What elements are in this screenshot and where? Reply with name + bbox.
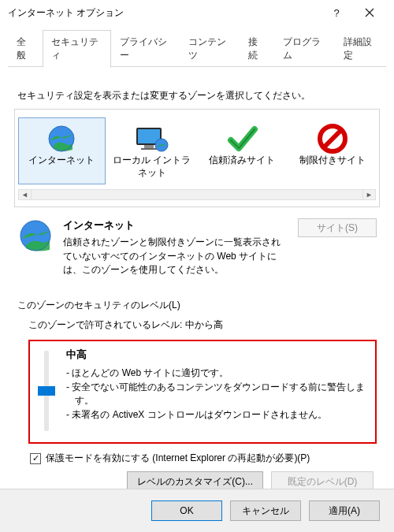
zone-label: 信頼済みサイト (201, 154, 284, 167)
allowed-levels-label: このゾーンで許可されているレベル: 中から高 (28, 318, 377, 332)
zone-label: ローカル イントラネット (111, 154, 194, 179)
tab-general[interactable]: 全般 (8, 30, 43, 67)
level-bullet: - ほとんどの Web サイトに適切です。 (66, 366, 367, 380)
tab-programs[interactable]: プログラム (274, 30, 334, 67)
apply-button[interactable]: 適用(A) (309, 500, 380, 521)
scroll-left-icon[interactable]: ◄ (19, 190, 32, 199)
zone-restricted[interactable]: 制限付きサイト (289, 117, 377, 184)
cancel-button[interactable]: キャンセル (230, 500, 301, 521)
zone-internet[interactable]: インターネット (18, 117, 106, 184)
level-bullet: - 安全でない可能性のあるコンテンツをダウンロードする前に警告します。 (66, 381, 367, 408)
zone-trusted[interactable]: 信頼済みサイト (199, 117, 286, 184)
tab-security[interactable]: セキュリティ (43, 30, 111, 68)
dialog-button-bar: OK キャンセル 適用(A) (0, 489, 394, 532)
monitor-globe-icon (111, 123, 194, 154)
security-level-group-label: このゾーンのセキュリティのレベル(L) (17, 299, 377, 312)
checkbox-icon: ✓ (30, 453, 41, 464)
tab-strip: 全般 セキュリティ プライバシー コンテンツ 接続 プログラム 詳細設定 (0, 30, 394, 67)
zone-list: インターネット ローカル イントラネット (14, 109, 380, 207)
scroll-right-icon[interactable]: ► (362, 190, 375, 199)
tab-advanced[interactable]: 詳細設定 (335, 30, 386, 67)
zone-intranet[interactable]: ローカル イントラネット (109, 117, 196, 184)
sites-button: サイト(S) (298, 218, 377, 237)
tab-connections[interactable]: 接続 (240, 30, 274, 67)
globe-icon (17, 218, 54, 277)
window-title: インターネット オプション (8, 6, 124, 20)
zone-label: インターネット (20, 154, 103, 167)
tab-content[interactable]: コンテンツ (180, 30, 240, 67)
zone-instruction: セキュリティ設定を表示または変更するゾーンを選択してください。 (17, 89, 377, 102)
title-bar: インターネット オプション ? (0, 0, 394, 25)
help-button[interactable]: ? (320, 1, 353, 24)
level-bullet: - 未署名の ActiveX コントロールはダウンロードされません。 (66, 408, 367, 422)
zone-scrollbar[interactable]: ◄ ► (18, 189, 376, 200)
level-name: 中高 (66, 348, 367, 362)
zone-detail: インターネット 信頼されたゾーンと制限付きゾーンに一覧表示されていないすべてのイ… (17, 218, 377, 277)
protected-mode-label: 保護モードを有効にする (Internet Explorer の再起動が必要)(… (46, 452, 310, 465)
svg-rect-5 (141, 148, 157, 150)
tab-panel-security: セキュリティ設定を表示または変更するゾーンを選択してください。 インターネット (0, 67, 394, 531)
selected-zone-name: インターネット (63, 218, 288, 233)
security-level-highlight: 中高 - ほとんどの Web サイトに適切です。 - 安全でない可能性のあるコン… (28, 340, 377, 444)
tab-privacy[interactable]: プライバシー (111, 30, 180, 67)
close-button[interactable] (353, 1, 386, 24)
svg-line-8 (324, 130, 341, 147)
prohibited-icon (292, 123, 374, 154)
zone-label: 制限付きサイト (292, 154, 374, 167)
svg-rect-4 (144, 145, 154, 148)
security-level-slider[interactable] (38, 348, 55, 434)
selected-zone-desc: 信頼されたゾーンと制限付きゾーンに一覧表示されていないすべてのインターネットの … (63, 236, 288, 277)
globe-icon (20, 123, 103, 154)
checkmark-icon (201, 123, 284, 154)
protected-mode-checkbox[interactable]: ✓ 保護モードを有効にする (Internet Explorer の再起動が必要… (30, 452, 377, 465)
ok-button[interactable]: OK (151, 500, 222, 521)
